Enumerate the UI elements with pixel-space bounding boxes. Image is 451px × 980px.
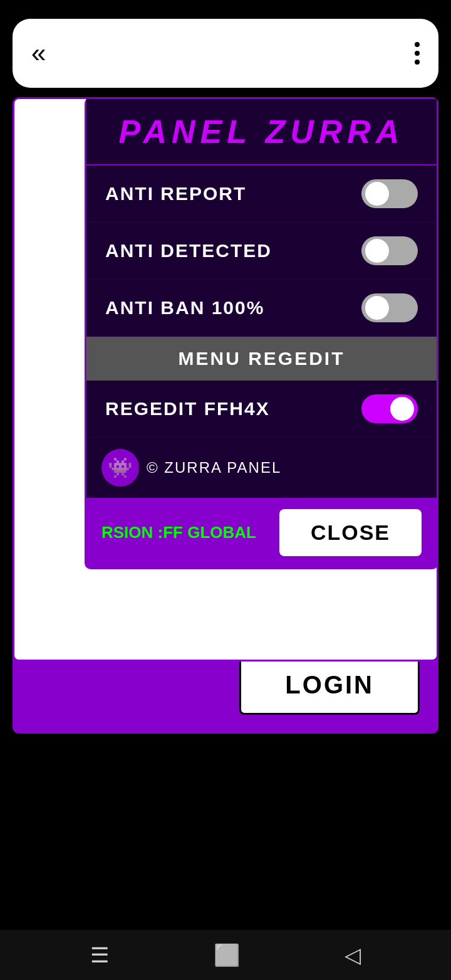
- toggle-row-anti-report: ANTI REPORT: [86, 166, 437, 223]
- regedit-ffh4x-toggle[interactable]: [361, 394, 418, 423]
- menu-dots-button[interactable]: [415, 42, 420, 65]
- toggle-row-anti-detected: ANTI DETECTED: [86, 223, 437, 280]
- toggle-row-regedit: REGEDIT FFH4X: [86, 381, 437, 438]
- toggle-section: ANTI REPORT ANTI DETECTED ANTI BAN 100%: [86, 166, 437, 337]
- footer-copyright: © ZURRA PANEL: [147, 459, 281, 477]
- login-button[interactable]: LOGIN: [239, 655, 420, 715]
- bottom-nav: ☰ ⬜ ◁: [0, 930, 451, 980]
- overlay-panel: PANEL ZURRA ANTI REPORT ANTI DETECTED AN…: [85, 97, 438, 569]
- anti-report-label: ANTI REPORT: [105, 183, 246, 204]
- footer-avatar: 👾: [101, 449, 139, 487]
- anti-report-toggle[interactable]: [361, 179, 418, 208]
- anti-ban-label: ANTI BAN 100%: [105, 297, 264, 319]
- close-button[interactable]: CLOSE: [279, 509, 422, 556]
- close-row: RSION :FF GLOBAL CLOSE: [86, 498, 437, 567]
- anti-detected-toggle[interactable]: [361, 236, 418, 265]
- nav-menu-icon[interactable]: ☰: [90, 942, 109, 967]
- anti-detected-label: ANTI DETECTED: [105, 240, 272, 261]
- menu-regedit-header: MENU REGEDIT: [86, 337, 437, 381]
- panel-footer-logo: 👾 © ZURRA PANEL: [101, 449, 281, 487]
- nav-home-icon[interactable]: ⬜: [214, 942, 240, 967]
- anti-ban-toggle[interactable]: [361, 293, 418, 322]
- version-text: RSION :FF GLOBAL: [101, 523, 256, 542]
- panel-footer: 👾 © ZURRA PANEL: [86, 438, 437, 498]
- nav-back-icon[interactable]: ◁: [345, 942, 361, 967]
- back-icon[interactable]: «: [31, 38, 46, 68]
- toggle-row-anti-ban: ANTI BAN 100%: [86, 280, 437, 337]
- menu-regedit-label: MENU REGEDIT: [178, 348, 345, 369]
- browser-bar: «: [13, 19, 438, 88]
- panel-title: PANEL ZURRA: [99, 113, 424, 150]
- regedit-ffh4x-label: REGEDIT FFH4X: [105, 398, 270, 419]
- panel-header: PANEL ZURRA: [86, 99, 437, 166]
